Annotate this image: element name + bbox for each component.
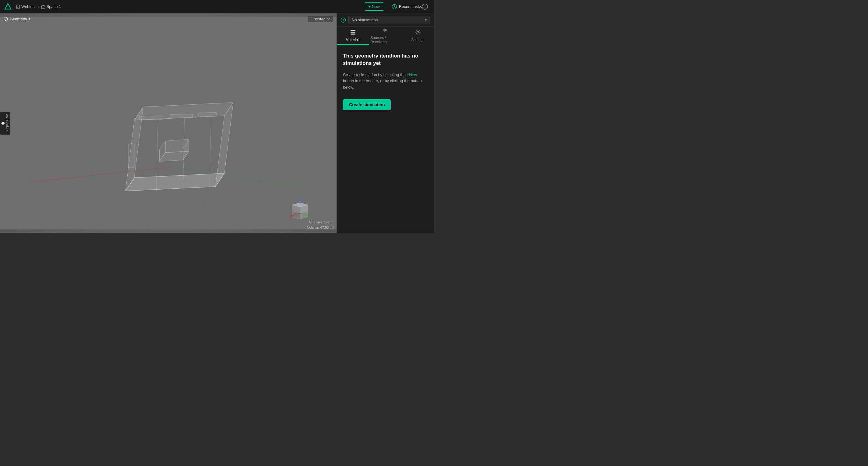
materials-tab-icon	[350, 29, 356, 36]
svg-marker-35	[165, 139, 189, 153]
empty-state-title: This geometry iteration has no simulatio…	[343, 52, 428, 67]
create-simulation-button[interactable]: Create simulation	[343, 99, 391, 110]
svg-point-63	[417, 31, 419, 33]
geometry-icon	[4, 17, 8, 21]
panel-top-bar: No simulations ▾	[337, 13, 434, 27]
tab-materials[interactable]: Materials	[337, 27, 369, 45]
new-link-inline: +New	[407, 72, 417, 77]
breadcrumb: Webinar › Space 1	[16, 4, 61, 9]
svg-marker-9	[4, 17, 8, 21]
sources-receivers-tab-icon	[382, 27, 388, 34]
new-button[interactable]: + New	[364, 2, 384, 11]
no-simulations-dropdown[interactable]: No simulations ▾	[348, 16, 430, 24]
svg-rect-10	[0, 17, 337, 230]
svg-rect-29	[139, 116, 163, 120]
view-mode-dropdown[interactable]: Ghosted	[308, 16, 333, 22]
simulation-icon	[341, 18, 346, 23]
breadcrumb-separator: ›	[38, 4, 39, 9]
svg-rect-30	[169, 114, 192, 118]
panel-tabs: Materials Sources / Receivers	[337, 27, 434, 45]
info-icon[interactable]: i	[422, 4, 428, 10]
svg-text:Z: Z	[301, 198, 303, 201]
tab-settings[interactable]: Settings	[402, 27, 434, 45]
header: Webinar › Space 1 + New Recent tasks i	[0, 0, 434, 13]
logo[interactable]	[4, 2, 12, 11]
svg-text:X: X	[289, 216, 291, 219]
svg-rect-56	[350, 32, 355, 33]
empty-state-description: Create a simulation by selecting the +Ne…	[343, 72, 428, 91]
panel-content: This geometry iteration has no simulatio…	[337, 45, 434, 233]
space-icon	[41, 5, 45, 9]
breadcrumb-space1[interactable]: Space 1	[41, 4, 61, 9]
svg-rect-31	[198, 112, 217, 116]
recent-tasks-icon	[392, 4, 397, 9]
support-chat-button[interactable]: 💬 Support Chat	[0, 112, 10, 135]
viewport-header: Geometry 1 Ghosted	[0, 13, 337, 24]
main-layout: Geometry 1 Ghosted	[0, 13, 434, 233]
grid-info: Grid size: 1×1 m Volume: 47.63 m³	[307, 220, 334, 230]
tab-sources-receivers[interactable]: Sources / Receivers	[369, 27, 401, 45]
dropdown-arrow-icon: ▾	[425, 18, 427, 22]
svg-point-2	[8, 8, 8, 8]
recent-tasks[interactable]: Recent tasks	[392, 4, 422, 9]
svg-text:Y: Y	[309, 216, 310, 219]
3d-scene	[0, 13, 337, 233]
dropdown-chevron-icon	[327, 17, 331, 21]
geometry-label: Geometry 1	[4, 17, 30, 21]
viewport-3d[interactable]: Geometry 1 Ghosted	[0, 13, 337, 233]
breadcrumb-webinar[interactable]: Webinar	[16, 4, 36, 9]
settings-tab-icon	[415, 29, 421, 36]
axis-indicator: Z X Y	[288, 196, 312, 221]
svg-rect-55	[350, 30, 355, 31]
svg-rect-57	[350, 33, 355, 35]
svg-marker-36	[128, 144, 134, 167]
page-icon	[16, 5, 20, 9]
right-panel: No simulations ▾ Materials	[337, 13, 434, 233]
